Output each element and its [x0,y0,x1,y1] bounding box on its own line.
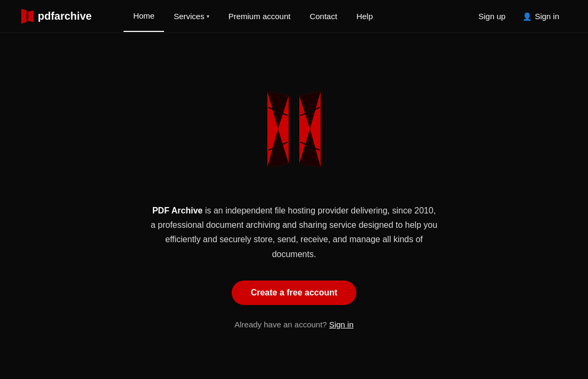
main-nav: pdfarchive Home Services ▾ Premium accou… [0,0,588,33]
signin-link-hero[interactable]: Sign in [329,320,354,329]
user-icon: 👤 [522,12,532,21]
nav-link-contact[interactable]: Contact [300,1,347,31]
already-account-text: Already have an account? Sign in [234,320,354,329]
main-content: PDF Archive is an independent file hosti… [0,33,588,329]
nav-item-premium[interactable]: Premium account [219,1,300,31]
chevron-down-icon: ▾ [207,13,209,19]
logo-text: pdfarchive [38,10,92,22]
site-logo[interactable]: pdfarchive [21,9,92,24]
hero-logo [241,76,347,182]
hero-brand-name: PDF Archive [152,206,203,215]
signup-link[interactable]: Sign up [471,7,513,25]
nav-link-premium[interactable]: Premium account [219,1,300,31]
nav-link-help[interactable]: Help [347,1,382,31]
nav-item-help[interactable]: Help [347,1,382,31]
nav-item-services[interactable]: Services ▾ [164,1,219,31]
nav-links: Home Services ▾ Premium account Contact … [124,1,471,32]
nav-item-home[interactable]: Home [124,1,164,32]
hero-logo-svg [241,76,347,182]
nav-link-services[interactable]: Services ▾ [164,1,219,31]
hero-description: PDF Archive is an independent file hosti… [150,203,438,261]
nav-right: Sign up 👤 Sign in [471,7,567,25]
nav-link-home[interactable]: Home [124,1,164,32]
signin-link[interactable]: 👤 Sign in [515,7,567,25]
logo-icon [21,9,34,24]
create-account-button[interactable]: Create a free account [232,281,357,305]
nav-item-contact[interactable]: Contact [300,1,347,31]
